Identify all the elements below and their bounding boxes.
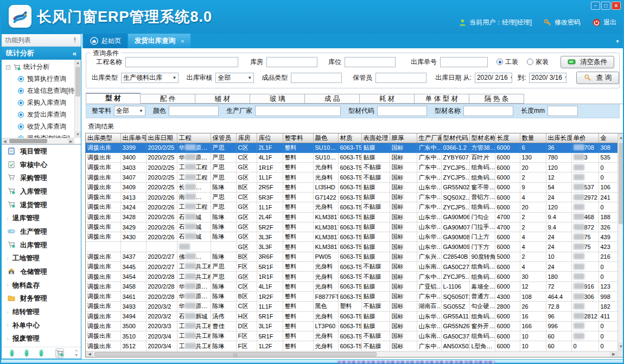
column-header[interactable]: 出库类型: [86, 133, 120, 143]
results-row[interactable]: 调拨出库34612020/2/28华原…陈琳B区1R2F整料F8877FT606…: [86, 291, 619, 301]
column-header[interactable]: 材质: [338, 133, 361, 143]
tree-item[interactable]: 发货出库查询: [2, 108, 74, 120]
warehouse-input[interactable]: [266, 57, 317, 67]
tree-item[interactable]: 采购入库查询: [2, 97, 74, 108]
pin-icon[interactable]: [72, 37, 78, 43]
scrollbar-grip-icon[interactable]: |||: [94, 352, 377, 356]
material-tab[interactable]: 型 材: [86, 93, 141, 104]
material-tab[interactable]: 辅 材: [195, 94, 250, 104]
quick-circle-icon[interactable]: [10, 350, 14, 356]
column-header[interactable]: 整零料: [283, 133, 313, 143]
sidebar-item-报废管理[interactable]: 报废管理: [2, 333, 81, 346]
batch-select[interactable]: 全部▼: [114, 106, 145, 116]
tree-vertical-scrollbar[interactable]: ▲ ▼: [74, 60, 81, 138]
color-input[interactable]: [169, 106, 219, 116]
outbound-type-select[interactable]: 生产领料出库▼: [121, 73, 179, 83]
column-header[interactable]: 出库长度: [546, 133, 571, 143]
column-header[interactable]: 单价: [571, 133, 598, 143]
sidebar-item-退货管理[interactable]: 退货管理: [2, 199, 81, 212]
sidebar-item-入库管理[interactable]: 入库管理: [2, 185, 81, 199]
scroll-up-icon[interactable]: ▲: [618, 133, 624, 142]
results-row[interactable]: G区3L3F整料KLM38176063-T5贴膜国标山东华…GA90M09.门下…: [86, 242, 619, 252]
results-row[interactable]: 调拨出库34942020/3/2石辉城汤伟H区5R1F整料光身料6063-T5贴…: [86, 311, 619, 321]
material-tab[interactable]: 成 品: [305, 94, 360, 104]
sidebar-item-物料盘存[interactable]: 物料盘存: [2, 279, 81, 292]
scroll-up-icon[interactable]: ▲: [75, 60, 81, 66]
collapse-icon[interactable]: «: [73, 49, 77, 58]
minimize-button[interactable]: −: [591, 2, 600, 10]
tree-item[interactable]: 在途信息查询[待定]: [2, 85, 74, 97]
tab-shipping-outbound-query[interactable]: 发货出库查询 ×: [128, 34, 190, 48]
sidebar-item-生产管理[interactable]: 生产管理: [2, 225, 81, 239]
maximize-button[interactable]: □: [601, 2, 610, 10]
grid-vertical-scrollbar[interactable]: ▲ ▼: [617, 133, 624, 351]
results-row[interactable]: 调拨出库35102020/3/4工共工程陈琳F区5R1F整料光身料6063-T5…: [86, 331, 619, 341]
sidebar-item-财务管理[interactable]: 财务管理: [2, 292, 81, 306]
column-header[interactable]: 保管员: [211, 133, 236, 143]
results-row[interactable]: 调拨出库33992020/2/25华原…严思C区2L1F整料SU10…6063-…: [86, 143, 619, 152]
column-header[interactable]: 型材名称: [469, 133, 495, 143]
factory-input[interactable]: [255, 106, 341, 116]
tree-root[interactable]: − 统计分析: [2, 60, 74, 73]
material-tab[interactable]: 隔 热 条: [469, 94, 524, 104]
scroll-right-icon[interactable]: ▶: [610, 352, 617, 357]
tab-home[interactable]: 起始页: [84, 34, 128, 48]
change-password-link[interactable]: 修改密码: [544, 18, 581, 27]
tree-item[interactable]: 退货查询[待定]: [2, 132, 74, 138]
grid-horizontal-scrollbar[interactable]: ◀ ||| ▶: [86, 351, 617, 357]
results-row[interactable]: 调拨出库35122020/3/4工共工程陈琳F区1L2F整料光身料6063-T5…: [86, 341, 619, 351]
profile-name-input[interactable]: [463, 106, 513, 116]
close-button[interactable]: ×: [612, 2, 621, 10]
radio-gongzhuang[interactable]: 工装: [496, 58, 518, 67]
results-row[interactable]: 调拨出库34372020/2/27佛…陈琳B区3R6F整料PW056063-T5…: [86, 252, 619, 261]
date-to-select[interactable]: 2020/ 3/16▼: [529, 73, 566, 83]
results-row[interactable]: 调拨出库34582020/2/28华原…陈琳C区4L1F整料光身料6063-T5…: [86, 282, 619, 291]
column-header[interactable]: 型材代码: [441, 133, 469, 143]
outbound-audit-select[interactable]: 全部▼: [215, 73, 254, 83]
sidebar-item-仓储管理[interactable]: 仓储管理: [2, 265, 81, 279]
sidebar-item-采购管理[interactable]: 采购管理: [2, 171, 81, 185]
sidebar-item-结转管理[interactable]: 结转管理: [2, 305, 81, 319]
sidebar-item-退库管理[interactable]: 退库管理: [2, 212, 81, 225]
location-input[interactable]: [345, 57, 396, 67]
sidebar-item-补单中心[interactable]: 补单中心: [2, 319, 81, 333]
tree-item[interactable]: 预算执行查询: [2, 73, 74, 85]
more-buttons-icon[interactable]: »▾: [75, 349, 78, 357]
results-row[interactable]: 调拨出库34032020/2/25工工程严思G区1R1F整料光身料6063-T5…: [86, 163, 619, 173]
clear-conditions-button[interactable]: 清空条件: [561, 56, 614, 68]
results-row[interactable]: 调拨出库34282020/2/26石城陈琳G区2L4F整料KLM38176063…: [86, 212, 619, 222]
tree-expander-icon[interactable]: −: [6, 65, 10, 69]
column-header[interactable]: 膜厚: [390, 133, 417, 143]
sidebar-item-工地管理[interactable]: 工地管理: [2, 252, 81, 266]
length-input[interactable]: [547, 106, 578, 116]
column-header[interactable]: 出库日期: [146, 133, 177, 143]
quick-cart-button[interactable]: [55, 348, 64, 358]
search-button[interactable]: 查 询: [576, 72, 619, 84]
results-row[interactable]: 调拨出库34092020/2/25长…陈琳B区2R5F整料LI35HD6063-…: [86, 182, 619, 192]
results-row[interactable]: 调拨出库34302020/2/26石城陈琳G区3L3F整料KLM38176063…: [86, 232, 619, 242]
tab-close-icon[interactable]: ×: [181, 38, 184, 44]
project-name-input[interactable]: [125, 57, 238, 67]
results-row[interactable]: 调拨出库34072020/2/25工工程严思G区1L1F整料光身料6063-T5…: [86, 173, 619, 182]
column-header[interactable]: 库房: [236, 133, 257, 143]
column-header[interactable]: 颜色: [313, 133, 338, 143]
column-header[interactable]: 长度: [495, 133, 520, 143]
column-header[interactable]: 库位: [257, 133, 283, 143]
column-header[interactable]: 生产厂家: [417, 133, 441, 143]
keeper-input[interactable]: [375, 73, 426, 83]
tree-item[interactable]: 收货入库查询: [2, 120, 74, 132]
results-row[interactable]: 调拨出库34002020/2/25华原…严思C区4L1F整料SU10…6063-…: [86, 152, 619, 162]
sidebar-item-项目管理[interactable]: 项目管理: [2, 145, 81, 158]
column-header[interactable]: 出库单号: [120, 133, 146, 143]
product-type-input[interactable]: [291, 73, 342, 83]
radio-jiazhuang[interactable]: 家装: [527, 58, 549, 67]
column-header[interactable]: 金: [598, 133, 619, 143]
column-header[interactable]: 工程: [177, 133, 211, 143]
results-row[interactable]: 调拨出库34292020/2/26石城陈琳G区5R2F整料KLM38176063…: [86, 222, 619, 232]
results-row[interactable]: 调拨出库34452020/2/27工共工程严思F区5R1F整料光身料6063-T…: [86, 262, 619, 272]
material-tab[interactable]: 耗 材: [360, 94, 415, 104]
tree-horizontal-scrollbar[interactable]: ◀ ▶: [2, 138, 74, 144]
tab-list-dropdown-icon[interactable]: ▼: [615, 39, 620, 44]
column-header[interactable]: 表面处理: [361, 133, 390, 143]
order-no-input[interactable]: [440, 57, 488, 67]
